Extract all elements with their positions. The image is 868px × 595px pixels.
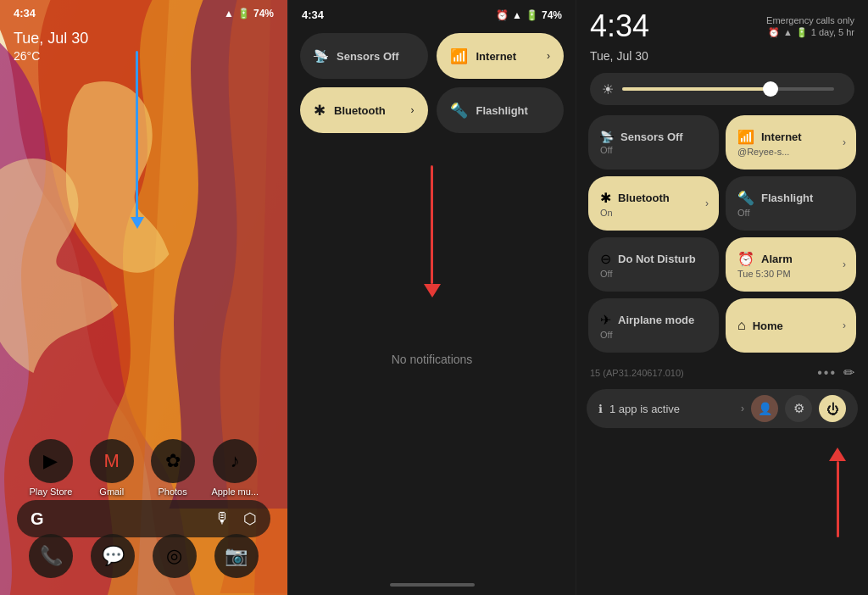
dock-chrome[interactable]: ◎ — [153, 534, 197, 578]
tile-bluetooth[interactable]: ✱ Bluetooth › — [300, 87, 428, 133]
tile-p3-internet[interactable]: 📶 Internet @Reyee-s... › — [726, 115, 856, 170]
tile-p3-dnd[interactable]: ⊖ Do Not Disturb Off — [588, 237, 719, 292]
gmail-icon: M — [90, 439, 134, 483]
app-music[interactable]: ♪ Apple mu... — [211, 439, 259, 497]
settings-icon: ⚙ — [793, 401, 804, 416]
photos-label: Photos — [158, 487, 186, 497]
wifi-status-icon: ▲ — [783, 27, 793, 37]
battery-p2: 74% — [542, 9, 562, 21]
status-bar-p2: 4:34 ⏰ ▲ 🔋 74% — [288, 0, 576, 26]
power-button[interactable]: ⏻ — [819, 395, 846, 422]
gmail-label: Gmail — [99, 487, 124, 497]
sensors-off-icon: 📡 — [314, 49, 328, 63]
tile-p3-bluetooth[interactable]: ✱ Bluetooth On › — [588, 176, 719, 231]
lens-icon[interactable]: ⬡ — [243, 509, 257, 528]
status-time: 4:34 — [14, 7, 36, 19]
quick-tiles-p2: 📡 Sensors Off 📶 Internet › ✱ Bluetooth ›… — [288, 26, 576, 140]
tile-p3-internet-sub: @Reyee-s... — [737, 147, 844, 157]
status-time-p2: 4:34 — [302, 8, 324, 21]
tile-p3-sensors-sub: Off — [600, 145, 707, 155]
emergency-info: Emergency calls only ⏰ ▲ 🔋 1 day, 5 hr — [766, 15, 854, 38]
internet-chevron: › — [547, 50, 550, 62]
user-avatar[interactable]: 👤 — [751, 395, 778, 422]
dots-menu-icon[interactable]: ••• — [817, 365, 837, 381]
photos-icon: ✿ — [151, 439, 195, 483]
tile-p3-sensors[interactable]: 📡 Sensors Off Off — [588, 115, 719, 170]
bottom-bar[interactable]: ℹ 1 app is active › 👤 ⚙ ⏻ — [587, 389, 858, 428]
status-bar: 4:34 ▲ 🔋 74% — [0, 0, 287, 23]
brightness-fill — [622, 87, 771, 91]
date-text: Tue, Jul 30 — [14, 30, 274, 47]
tile-p3-home-title: Home — [753, 320, 783, 332]
tile-p3-internet-icon: 📶 — [737, 129, 754, 145]
red-arrow-head — [424, 284, 441, 298]
playstore-label: Play Store — [30, 487, 73, 497]
tile-p3-internet-header: 📶 Internet — [737, 129, 844, 145]
tile-p3-sensors-title: Sensors Off — [620, 131, 683, 143]
chrome-icon: ◎ — [153, 534, 197, 578]
tile-p3-airplane-title: Airplane mode — [618, 314, 694, 326]
status-bar-p3: 4:34 Emergency calls only ⏰ ▲ 🔋 1 day, 5… — [576, 0, 868, 47]
alarm-icon-p2: ⏰ — [496, 9, 509, 21]
battery-percent: 74% — [253, 8, 274, 19]
music-icon: ♪ — [213, 439, 257, 483]
tile-p3-airplane[interactable]: ✈ Airplane mode Off — [588, 298, 719, 353]
dock-phone[interactable]: 📞 — [29, 534, 73, 578]
weather-text: 26°C — [14, 49, 274, 63]
settings-button[interactable]: ⚙ — [785, 395, 812, 422]
notification-panel: 4:34 ⏰ ▲ 🔋 74% 📡 Sensors Off 📶 Internet … — [288, 0, 576, 595]
tile-p3-flashlight[interactable]: 🔦 Flashlight Off — [726, 176, 856, 231]
edit-icon[interactable]: ✏ — [843, 364, 854, 381]
blue-arrow-annotation — [136, 51, 138, 220]
tile-p3-flashlight-sub: Off — [737, 208, 844, 218]
tile-p3-internet-chevron: › — [843, 136, 846, 148]
tile-p3-dnd-header: ⊖ Do Not Disturb — [600, 251, 707, 267]
brightness-slider[interactable]: ☀ — [590, 73, 854, 105]
tile-p3-sensors-icon: 📡 — [600, 131, 614, 143]
flashlight-icon: 🔦 — [450, 102, 468, 120]
dock-camera[interactable]: 📷 — [214, 534, 259, 578]
tile-p3-home-header: ⌂ Home — [737, 318, 844, 333]
tile-p3-home-chevron: › — [843, 320, 846, 331]
wifi-icon: ▲ — [224, 8, 234, 19]
no-notifications-text: No notifications — [392, 353, 473, 366]
flashlight-label: Flashlight — [476, 104, 528, 117]
mic-icon[interactable]: 🎙 — [214, 509, 230, 528]
red-arrow-up-head — [829, 448, 846, 461]
time-display: 4:34 — [590, 8, 649, 44]
tile-flashlight[interactable]: 🔦 Flashlight — [437, 87, 565, 133]
emergency-text: Emergency calls only — [766, 15, 854, 25]
quick-settings-panel: 4:34 Emergency calls only ⏰ ▲ 🔋 1 day, 5… — [576, 0, 868, 595]
time-p3: 4:34 — [590, 8, 649, 44]
date-widget: Tue, Jul 30 26°C — [0, 23, 287, 70]
tile-sensors-off[interactable]: 📡 Sensors Off — [300, 33, 428, 79]
bluetooth-label: Bluetooth — [334, 104, 386, 117]
tile-p3-home[interactable]: ⌂ Home › — [726, 298, 856, 353]
sensors-off-label: Sensors Off — [337, 50, 399, 63]
tile-p3-bluetooth-icon: ✱ — [600, 190, 611, 206]
phone-icon: 📞 — [29, 534, 73, 578]
dock-messages[interactable]: 💬 — [91, 534, 135, 578]
tile-p3-flashlight-icon: 🔦 — [737, 190, 754, 206]
app-gmail[interactable]: M Gmail — [90, 439, 134, 497]
bluetooth-chevron: › — [411, 104, 415, 116]
version-row: 15 (AP31.240617.010) ••• ✏ — [576, 356, 868, 386]
tile-p3-flashlight-header: 🔦 Flashlight — [737, 190, 844, 206]
red-arrow-up-line — [837, 461, 839, 537]
tile-p3-alarm[interactable]: ⏰ Alarm Tue 5:30 PM › — [726, 237, 856, 292]
battery-status-icon: 🔋 — [796, 27, 808, 38]
tile-p3-bluetooth-header: ✱ Bluetooth — [600, 190, 707, 206]
tile-p3-bluetooth-sub: On — [600, 208, 707, 218]
notification-area: No notifications — [288, 140, 576, 578]
search-bar[interactable]: G 🎙 ⬡ — [17, 500, 270, 537]
panel1-overlay: 4:34 ▲ 🔋 74% Tue, Jul 30 26°C ▶ Play Sto… — [0, 0, 287, 595]
search-action-icons: 🎙 ⬡ — [214, 509, 257, 528]
tile-p3-home-icon: ⌂ — [737, 318, 746, 333]
red-arrow-line — [431, 165, 433, 284]
app-playstore[interactable]: ▶ Play Store — [29, 439, 73, 497]
app-photos[interactable]: ✿ Photos — [151, 439, 195, 497]
internet-label: Internet — [476, 50, 517, 63]
brightness-track[interactable] — [622, 87, 834, 91]
tile-p3-alarm-sub: Tue 5:30 PM — [737, 269, 844, 279]
tile-internet[interactable]: 📶 Internet › — [437, 33, 565, 79]
